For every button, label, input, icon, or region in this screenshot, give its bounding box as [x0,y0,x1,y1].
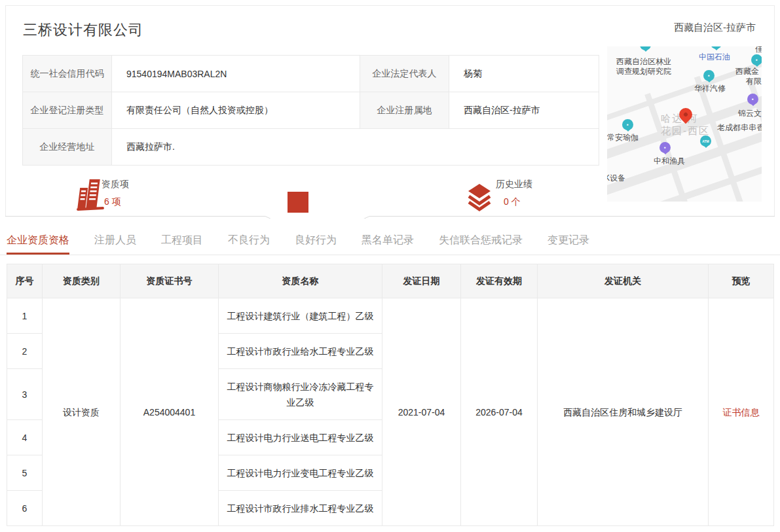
map-poi-forest-institute: 西藏自治区林业 调查规划研究院 [616,57,671,77]
qualification-name: 工程设计电力行业变电工程专业乙级 [219,455,382,491]
certificate-info-cell: 证书信息 [709,298,774,526]
tab-qualifications[interactable]: 企业资质资格 [7,226,69,255]
layers-icon [466,183,493,215]
red-square-placeholder [288,192,308,213]
row-no: 3 [7,369,43,420]
map-marker-bag-icon: ▪ [659,142,671,153]
tab-change-records[interactable]: 变更记录 [548,226,589,255]
map-poi-jinyun: 锦云文 [738,109,762,118]
card-bottom-divider [5,212,775,219]
qualification-name: 工程设计建筑行业（建筑工程）乙级 [219,298,382,334]
reg-place-label: 企业注册属地 [360,92,449,129]
table-row: 企业登记注册类型 有限责任公司（自然人投资或控股） 企业注册属地 西藏自治区-拉… [23,92,599,129]
col-header-preview: 预览 [709,264,774,298]
map-poi-jia: 佳 [755,46,762,54]
col-header-issue-date: 发证日期 [382,264,461,298]
table-header-row: 序号 资质类别 资质证书号 资质名称 发证日期 发证有效期 发证机关 预览 [7,264,774,298]
qualification-name: 工程设计市政行业给水工程专业乙级 [219,334,382,369]
table-row: 统一社会信用代码 91540194MAB03RAL2N 企业法定代表人 杨菊 [23,56,599,92]
map-poi-laochengdu: 老成都串串香 [717,123,762,133]
qualification-name: 工程设计电力行业送电工程专业乙级 [219,420,382,455]
qualification-table: 序号 资质类别 资质证书号 资质名称 发证日期 发证有效期 发证机关 预览 1 … [7,264,774,526]
expiry-date: 2026-07-04 [461,298,538,526]
issuing-authority: 西藏自治区住房和城乡建设厅 [538,298,709,526]
col-header-name: 资质名称 [219,264,382,298]
col-header-authority: 发证机关 [538,264,709,298]
address-value: 西藏拉萨市. [112,129,599,166]
credit-code-label: 统一社会信用代码 [23,56,112,92]
col-header-cert-no: 资质证书号 [121,264,219,298]
issue-date: 2021-07-04 [382,298,461,526]
enterprise-credit-page: 三桥设计有限公司 西藏自治区-拉萨市 统一社会信用代码 91540194MAB0… [0,0,780,532]
col-header-expiry: 发证有效期 [461,264,538,298]
page-title: 三桥设计有限公司 [23,20,143,40]
map-marker-yoga-icon: ▪ [622,119,633,130]
map-poi-kdevice: K设备 [607,173,625,183]
performance-stat-value: 0 个 [496,196,532,208]
company-info-table: 统一社会信用代码 91540194MAB03RAL2N 企业法定代表人 杨菊 企… [22,55,599,166]
qualification-category: 设计资质 [43,298,121,526]
section-tabbar: 企业资质资格 注册人员 工程项目 不良行为 良好行为 黑名单记录 失信联合惩戒记… [0,226,780,255]
reg-place-value: 西藏自治区-拉萨市 [449,92,599,129]
reg-type-value: 有限责任公司（自然人投资或控股） [112,92,360,129]
certificate-number: A254004401 [121,298,219,526]
tab-projects[interactable]: 工程项目 [161,226,203,255]
qualification-stat-label: 资质项 [102,179,129,190]
tab-dishonesty-records[interactable]: 失信联合惩戒记录 [439,226,523,255]
row-no: 1 [7,298,43,334]
company-region: 西藏自治区-拉萨市 [674,22,756,34]
performance-stat-label: 历史业绩 [496,179,532,190]
table-row: 企业经营地址 西藏拉萨市. [23,129,599,166]
qualification-stat: 资质项 6 项 [102,179,129,208]
map-marker-shop-icon: ▪ [747,94,758,105]
certificate-info-link[interactable]: 证书信息 [723,407,760,417]
map-poi-petrochina: 中国石油 [699,52,730,62]
map-poi-huaxiang: 华祥汽修 [694,84,726,94]
map-marker-car-icon: ▪ [703,70,715,81]
performance-stat: 历史业绩 0 个 [496,179,532,208]
map-marker-atm-icon: ATM [700,135,711,147]
legal-rep-label: 企业法定代表人 [360,56,449,92]
col-header-no: 序号 [7,264,43,298]
map-poi-goldco: 西藏金 有限 [735,67,762,86]
reg-type-label: 企业登记注册类型 [23,92,112,129]
row-no: 2 [7,334,43,369]
tab-good-behavior[interactable]: 良好行为 [295,226,337,255]
map-marker-building-icon: ▪ [751,54,762,65]
address-label: 企业经营地址 [23,129,112,166]
company-location-map[interactable]: 西藏自治区林业 调查规划研究院 ▪ ▪ 中国石油 佳 ▪ 西藏金 有限 ▪ 华祥… [607,46,762,202]
qualification-name: 工程设计商物粮行业冷冻冷藏工程专业乙级 [219,369,382,420]
tab-registered-personnel[interactable]: 注册人员 [94,226,136,255]
tab-blacklist[interactable]: 黑名单记录 [362,226,414,255]
map-poi-changan: 常安瑜伽 [607,133,639,143]
qualification-stat-value: 6 项 [102,196,129,208]
col-header-category: 资质类别 [43,264,121,298]
table-row: 1 设计资质 A254004401 工程设计建筑行业（建筑工程）乙级 2021-… [7,298,774,334]
tab-bad-behavior[interactable]: 不良行为 [228,226,270,255]
row-no: 5 [7,455,43,491]
map-poi-zhonghe: 中和渔具 [654,156,685,166]
legal-rep-value: 杨菊 [449,56,599,92]
qualification-name: 工程设计市政行业排水工程专业乙级 [219,491,382,526]
credit-code-value: 91540194MAB03RAL2N [112,56,360,92]
row-no: 4 [7,420,43,455]
row-no: 6 [7,491,43,526]
